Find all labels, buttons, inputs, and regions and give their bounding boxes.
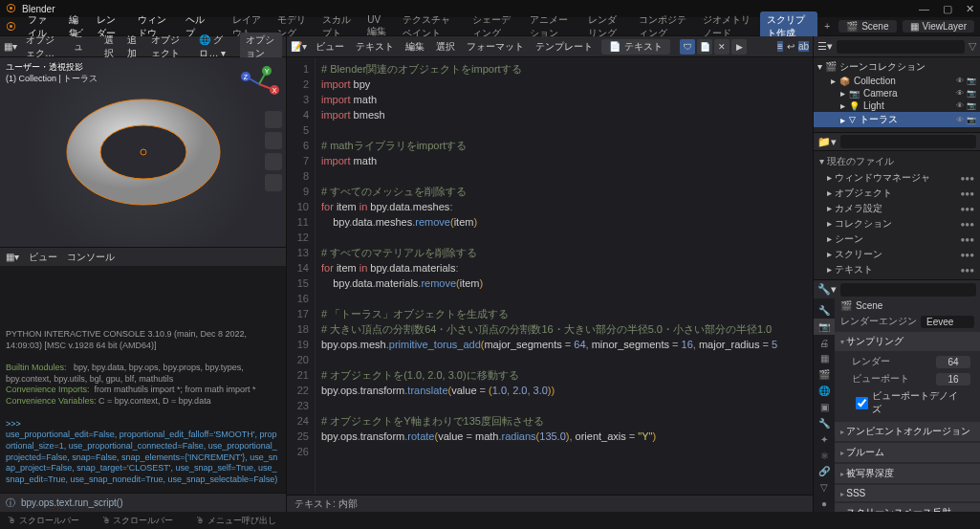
code-line[interactable]: import bmesh xyxy=(321,107,807,122)
file-row-カメラ設定[interactable]: ▸ カメラ設定●●● xyxy=(814,201,980,216)
data-tab[interactable]: ▽ xyxy=(814,479,835,496)
outliner[interactable]: ▾ 🎬 シーンコレクション ▸📦Collection 👁📷 ▸📷Camera 👁… xyxy=(814,57,980,132)
world-tab[interactable]: 🌐 xyxy=(814,383,835,399)
output-tab[interactable]: 🖨 xyxy=(814,335,835,351)
code-line[interactable] xyxy=(321,291,807,306)
code-line[interactable]: import math xyxy=(321,92,807,107)
text-menu-テンプレート[interactable]: テンプレート xyxy=(533,40,596,54)
code-line[interactable] xyxy=(321,168,807,184)
material-tab[interactable]: ● xyxy=(814,496,835,512)
scene-tab[interactable]: 🎬 xyxy=(814,366,835,383)
code-line[interactable]: for item in bpy.data.materials: xyxy=(321,260,807,276)
python-console[interactable]: PYTHON INTERACTIVE CONSOLE 3.10.9 (main,… xyxy=(0,266,286,493)
panel-被写界深度[interactable]: 被写界深度 xyxy=(835,464,980,483)
global-dropdown[interactable]: 🌐 グロ… ▾ xyxy=(196,33,234,60)
word-wrap-toggle[interactable]: ↩ xyxy=(787,41,795,52)
physics-tab[interactable]: ⚛ xyxy=(814,448,835,464)
console-view-menu[interactable]: ビュー xyxy=(29,251,57,264)
eye-icon[interactable]: 👁 xyxy=(956,116,964,124)
render-engine-select[interactable]: Eevee xyxy=(921,316,974,328)
properties-search[interactable] xyxy=(840,283,976,297)
code-line[interactable] xyxy=(321,398,807,413)
panel-アンビエントオクルージョン[interactable]: アンビエントオクルージョン xyxy=(835,422,980,441)
text-menu-テキスト[interactable]: テキスト xyxy=(353,40,397,54)
code-line[interactable]: bpy.ops.transform.translate(value = (1.0… xyxy=(321,383,807,398)
code-line[interactable]: for item in bpy.data.meshes: xyxy=(321,199,807,214)
editor-type-icon[interactable]: ▦▾ xyxy=(4,41,17,52)
viewport-samples-input[interactable]: 16 xyxy=(936,373,970,386)
code-line[interactable]: # mathライブラリをimportする xyxy=(321,138,807,153)
code-line[interactable] xyxy=(321,444,807,459)
render-tab[interactable]: 📷 xyxy=(814,319,835,335)
new-text-button[interactable]: 📄 xyxy=(697,39,712,55)
object-tab[interactable]: ▣ xyxy=(814,399,835,415)
viewport-options[interactable]: オプション xyxy=(240,33,282,61)
eye-icon[interactable]: 👁 xyxy=(956,89,964,98)
code-line[interactable]: # Blender関連のオブジェクトをimportする xyxy=(321,61,807,77)
code-line[interactable]: # すべてのマテリアルを削除する xyxy=(321,245,807,260)
code-line[interactable]: # 大きい頂点の分割数64・小さい頂点の分割数16・大きい部分の半径5.0・小さ… xyxy=(321,321,807,337)
code-line[interactable]: bpy.data.meshes.remove(item) xyxy=(321,214,807,230)
code-line[interactable]: bpy.data.materials.remove(item) xyxy=(321,276,807,291)
camera-render-icon[interactable]: 📷 xyxy=(967,77,976,85)
close-button[interactable]: ✕ xyxy=(966,3,974,15)
persp-tool[interactable] xyxy=(265,174,282,191)
panel-スクリーンスペース反射[interactable]: スクリーンスペース反射 xyxy=(835,503,980,512)
code-line[interactable]: # 「トーラス」オブジェクトを生成する xyxy=(321,306,807,321)
text-menu-編集[interactable]: 編集 xyxy=(403,40,427,54)
text-menu-フォーマット[interactable]: フォーマット xyxy=(464,40,527,54)
code-line[interactable] xyxy=(321,352,807,367)
particle-tab[interactable]: ✦ xyxy=(814,431,835,448)
code-line[interactable] xyxy=(321,230,807,245)
minimize-button[interactable]: — xyxy=(919,3,929,15)
eye-icon[interactable]: 👁 xyxy=(956,77,964,85)
code-line[interactable]: bpy.ops.mesh.primitive_torus_add(major_s… xyxy=(321,337,807,352)
blend-file-panel[interactable]: ▾ 現在のファイル▸ ウィンドウマネージャ●●●▸ オブジェクト●●●▸ カメラ… xyxy=(814,151,980,279)
file-row-オブジェクト[interactable]: ▸ オブジェクト●●● xyxy=(814,186,980,201)
code-line[interactable]: import bpy xyxy=(321,77,807,92)
zoom-tool[interactable] xyxy=(265,111,282,128)
viewlayer-selector[interactable]: ▦ ViewLayer xyxy=(903,20,975,33)
outliner-search[interactable] xyxy=(837,40,965,54)
file-row-スクリーン[interactable]: ▸ スクリーン●●● xyxy=(814,247,980,262)
outliner-item-トーラス[interactable]: ▸▽トーラス 👁📷 xyxy=(814,112,980,127)
code-line[interactable]: import math xyxy=(321,153,807,168)
scene-selector[interactable]: 🎬 Scene xyxy=(838,20,896,33)
eye-icon[interactable]: 👁 xyxy=(956,101,964,110)
file-row-テキスト[interactable]: ▸ テキスト●●● xyxy=(814,262,980,277)
shield-icon[interactable]: 🛡 xyxy=(680,39,695,55)
filter-icon[interactable]: ▽ xyxy=(969,40,976,53)
scene-collection-row[interactable]: ▾ 🎬 シーンコレクション xyxy=(814,59,980,75)
viewport-denoise-checkbox[interactable] xyxy=(856,397,868,409)
console-editor-icon[interactable]: ▦▾ xyxy=(6,252,19,262)
properties-editor-icon[interactable]: 🔧▾ xyxy=(817,283,837,296)
file-search[interactable] xyxy=(840,135,976,148)
panel-ブルーム[interactable]: ブルーム xyxy=(835,443,980,462)
outliner-item-Camera[interactable]: ▸📷Camera 👁📷 xyxy=(814,87,980,99)
run-script-button[interactable]: ▶ xyxy=(731,39,747,55)
axis-gizmo[interactable]: X Y Z xyxy=(238,63,280,105)
text-menu-選択[interactable]: 選択 xyxy=(433,40,458,54)
sampling-panel[interactable]: サンプリング xyxy=(835,332,980,351)
blend-file-icon[interactable]: 📁▾ xyxy=(817,136,837,148)
constraint-tab[interactable]: 🔗 xyxy=(814,463,835,479)
panel-SSS[interactable]: SSS xyxy=(835,485,980,501)
code-line[interactable]: # すべてのメッシュを削除する xyxy=(321,184,807,199)
file-row-シーン[interactable]: ▸ シーン●●● xyxy=(814,231,980,247)
file-row-ウィンドウマネージャ[interactable]: ▸ ウィンドウマネージャ●●● xyxy=(814,170,980,186)
code-line[interactable]: # オブジェクトをY軸まわりで135度回転させる xyxy=(321,413,807,429)
camera-render-icon[interactable]: 📷 xyxy=(967,89,976,98)
workspace-add[interactable]: + xyxy=(817,19,837,33)
tool-tab[interactable]: 🔧 xyxy=(814,302,835,319)
3d-viewport[interactable]: ユーザー・透視投影 (1) Collection | トーラス X Y Z xyxy=(0,57,286,247)
render-samples-input[interactable]: 64 xyxy=(936,356,970,368)
modifier-tab[interactable]: 🔧 xyxy=(814,415,835,431)
outliner-item-Light[interactable]: ▸💡Light 👁📷 xyxy=(814,99,980,112)
vp-menu-追加[interactable]: 追加 xyxy=(124,33,142,60)
file-row-コレクション[interactable]: ▸ コレクション●●● xyxy=(814,216,980,231)
camera-render-icon[interactable]: 📷 xyxy=(967,116,976,124)
move-view-tool[interactable] xyxy=(265,132,282,149)
maximize-button[interactable]: ▢ xyxy=(943,3,952,15)
vp-menu-選択[interactable]: 選択 xyxy=(101,33,120,60)
text-menu-ビュー[interactable]: ビュー xyxy=(313,40,347,54)
